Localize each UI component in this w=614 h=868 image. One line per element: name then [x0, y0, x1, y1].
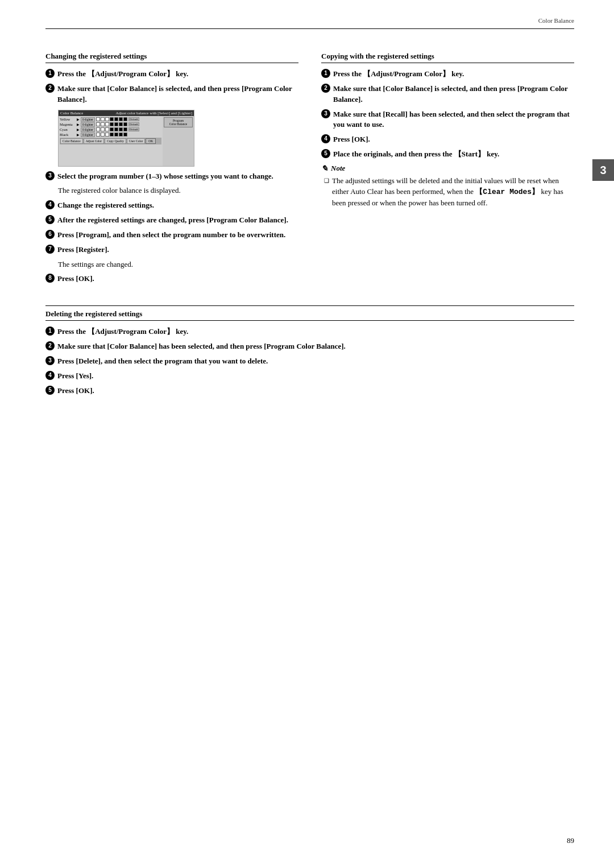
- screen-arrow-yellow: ▶: [77, 117, 80, 121]
- step-6-num: 6: [45, 230, 55, 239]
- bar-b-5: [114, 133, 118, 137]
- bar-m-5: [114, 122, 118, 126]
- bar-y-1: [96, 117, 100, 121]
- screen-inner: Color Balance Adjust color balance with …: [59, 110, 194, 166]
- right-step-2-text: Make sure that [Color Balance] is select…: [333, 84, 574, 105]
- right-step-1-num: 1: [321, 69, 330, 78]
- note-bullet-1: ❑: [324, 177, 329, 185]
- screen-row-cyan: Cyan ▶ 0-lighter: [60, 127, 161, 132]
- bottom-step-5-text: Press [OK].: [57, 386, 94, 396]
- step-1-text: Press the 【Adjust/Program Color】 key.: [57, 69, 188, 80]
- two-column-layout: Changing the registered settings 1 Press…: [45, 52, 574, 288]
- right-step-5-num: 5: [321, 149, 330, 158]
- note-pencil-icon: ✎: [321, 164, 328, 173]
- left-section-title: Changing the registered settings: [45, 52, 298, 63]
- screen-sel-btn-m: Default: [128, 122, 139, 126]
- bar-c-6: [119, 127, 123, 131]
- bottom-step-5: 5 Press [OK].: [45, 386, 574, 396]
- note-item-1: ❑ The adjusted settings will be deleted …: [324, 176, 574, 209]
- bottom-step-1-num: 1: [45, 326, 55, 336]
- step-5: 5 After the registered settings are chan…: [45, 215, 298, 226]
- screen-btn-lighter-y: 0-lighter: [81, 117, 95, 122]
- screen-label-yellow: Yellow: [60, 117, 76, 121]
- note-text-1: The adjusted settings will be deleted an…: [332, 176, 574, 209]
- bottom-step-3-text: Press [Delete], and then select the prog…: [57, 356, 268, 367]
- bar-m-4: [110, 122, 114, 126]
- step-7-sub: The settings are changed.: [58, 259, 298, 270]
- screen-title-right: Adjust color balance with [Select] and […: [115, 111, 192, 115]
- right-step-2-num: 2: [321, 84, 330, 93]
- bar-y-5: [114, 117, 118, 121]
- right-step-3-text: Make sure that [Recall] has been selecte…: [333, 109, 574, 131]
- step-7-num: 7: [45, 245, 55, 254]
- step-4-text: Change the registered settings.: [57, 200, 154, 211]
- screen-label-black: Black: [60, 133, 76, 137]
- right-step-3: 3 Make sure that [Recall] has been selec…: [321, 109, 574, 131]
- bar-y-6: [119, 117, 123, 121]
- right-step-4-num: 4: [321, 134, 330, 143]
- step-2-text: Make sure that [Color Balance] is select…: [57, 84, 298, 105]
- step-8-text: Press [OK].: [57, 274, 94, 284]
- right-step-1: 1 Press the 【Adjust/Program Color】 key.: [321, 69, 574, 80]
- step-3-num: 3: [45, 171, 55, 180]
- right-step-4: 4 Press [OK].: [321, 134, 574, 145]
- bar-m-7: [123, 122, 127, 126]
- bar-m-3: [105, 122, 109, 126]
- screen-bar-yellow: [96, 117, 127, 121]
- bottom-step-2-num: 2: [45, 341, 55, 350]
- bar-c-3: [105, 127, 109, 131]
- right-step-5: 5 Place the originals, and then press th…: [321, 149, 574, 160]
- btn-adjust-color: Adjust Color: [84, 138, 105, 144]
- bottom-step-1: 1 Press the 【Adjust/Program Color】 key.: [45, 326, 574, 337]
- step-2: 2 Make sure that [Color Balance] is sele…: [45, 84, 298, 105]
- step-8: 8 Press [OK].: [45, 274, 298, 284]
- page-container: Color Balance 3 Changing the registered …: [0, 0, 614, 868]
- bar-c-1: [96, 127, 100, 131]
- screen-bar-magenta: [96, 122, 127, 126]
- left-column: Changing the registered settings 1 Press…: [45, 52, 298, 288]
- right-step-4-text: Press [OK].: [333, 134, 370, 145]
- screen-arrow-black: ▶: [77, 133, 80, 137]
- right-step-2: 2 Make sure that [Color Balance] is sele…: [321, 84, 574, 105]
- step-3: 3 Select the program number (1–3) whose …: [45, 171, 298, 182]
- screen-btn-lighter-c: 0-lighter: [81, 127, 95, 132]
- btn-user-color: User Color: [127, 138, 145, 144]
- note-section: ✎ Note ❑ The adjusted settings will be d…: [321, 164, 574, 209]
- bottom-step-2-text: Make sure that [Color Balance] has been …: [57, 341, 346, 352]
- sidebar-program-color: ProgramColor Balance: [164, 117, 193, 127]
- screen-row-yellow: Yellow ▶ 0-lighter: [60, 117, 161, 122]
- screen-sel-btn-c: Default: [128, 127, 139, 131]
- screen-row-magenta: Magenta ▶ 0-lighter: [60, 122, 161, 127]
- bar-b-2: [101, 133, 105, 137]
- bottom-step-2: 2 Make sure that [Color Balance] has bee…: [45, 341, 574, 352]
- bottom-step-4-num: 4: [45, 371, 55, 380]
- btn-copy-quality: Copy Quality: [105, 138, 126, 144]
- step-1: 1 Press the 【Adjust/Program Color】 key.: [45, 69, 298, 80]
- step-4: 4 Change the registered settings.: [45, 200, 298, 211]
- right-step-1-text: Press the 【Adjust/Program Color】 key.: [333, 69, 464, 80]
- bar-c-5: [114, 127, 118, 131]
- screen-arrow-magenta: ▶: [77, 122, 80, 126]
- bottom-step-4: 4 Press [Yes].: [45, 371, 574, 382]
- header-label: Color Balance: [45, 17, 574, 24]
- step-3-text: Select the program number (1–3) whose se…: [57, 171, 273, 182]
- bottom-step-1-text: Press the 【Adjust/Program Color】 key.: [57, 326, 188, 337]
- screen-arrow-cyan: ▶: [77, 127, 80, 131]
- right-step-3-num: 3: [321, 109, 330, 118]
- bar-y-2: [101, 117, 105, 121]
- bar-y-4: [110, 117, 114, 121]
- bar-c-7: [123, 127, 127, 131]
- bar-b-1: [96, 133, 100, 137]
- screen-bar-cyan: [96, 127, 127, 131]
- screen-main: Yellow ▶ 0-lighter: [59, 116, 163, 166]
- tab-marker: 3: [592, 159, 614, 181]
- bar-b-6: [119, 133, 123, 137]
- note-header: ✎ Note: [321, 164, 574, 173]
- bar-b-4: [110, 133, 114, 137]
- step-7-text: Press [Register].: [57, 245, 109, 255]
- step-5-num: 5: [45, 215, 55, 224]
- btn-ok-screen: OK: [146, 138, 156, 144]
- screen-image: Color Balance Adjust color balance with …: [58, 110, 194, 167]
- screen-title-left: Color Balance: [60, 111, 83, 115]
- step-5-text: After the registered settings are change…: [57, 215, 288, 226]
